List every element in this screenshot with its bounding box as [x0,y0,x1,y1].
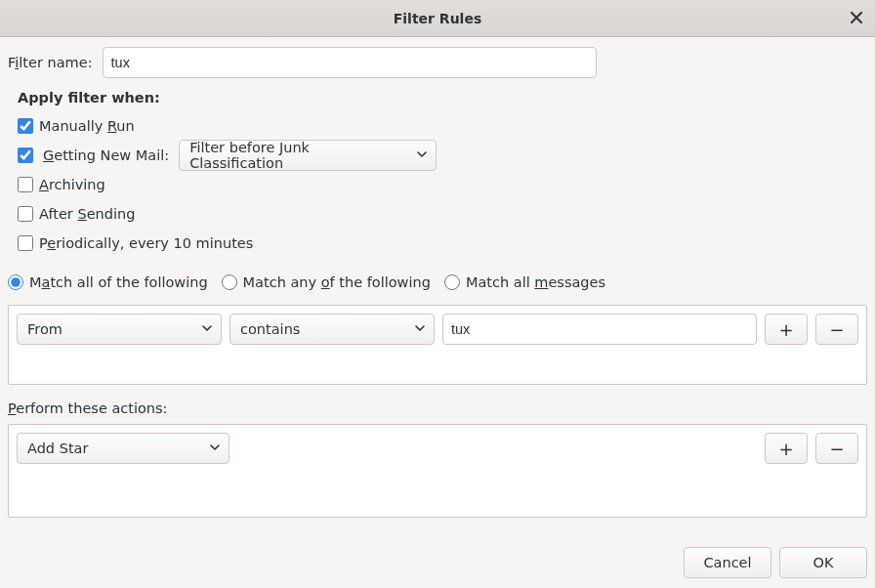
getting-new-mail-label: Getting New Mail: [43,147,169,163]
match-any-label: Match any of the following [243,274,431,290]
match-all-row: Match all of the following [8,270,208,295]
manually-run-row: Manually Run [18,113,867,139]
add-condition-button[interactable]: + [765,314,808,345]
after-sending-label: After Sending [39,206,135,222]
manually-run-checkbox[interactable] [18,118,33,134]
getting-new-mail-checkbox[interactable] [18,147,33,163]
condition-field-value: From [27,321,62,337]
actions-box: Add Star + − [8,424,867,518]
filter-name-input[interactable] [103,47,597,78]
dialog-footer: Cancel OK [0,537,875,588]
content-area: Filter name: Apply filter when: Manually… [0,37,875,537]
after-sending-row: After Sending [18,201,867,227]
apply-when-options: Manually Run Getting New Mail: Filter be… [18,113,867,256]
condition-field-select[interactable]: From [17,314,222,345]
getting-new-mail-row: Getting New Mail: Filter before Junk Cla… [18,143,867,168]
chevron-down-icon [416,147,428,163]
condition-row: From contains + − [17,314,858,345]
chevron-down-icon [201,321,213,337]
periodically-label: Periodically, every 10 minutes [39,235,253,251]
filter-rules-dialog: Filter Rules Filter name: Apply filter w… [0,0,875,588]
plus-icon: + [778,439,793,459]
archiving-label: Archiving [39,177,105,192]
remove-condition-button[interactable]: − [815,314,858,345]
chevron-down-icon [209,441,221,456]
conditions-box: From contains + − [8,305,867,385]
match-any-row: Match any of the following [222,270,431,295]
close-icon [851,11,862,26]
after-sending-checkbox[interactable] [18,206,33,222]
cancel-button[interactable]: Cancel [684,547,771,578]
junk-classification-value: Filter before Junk Classification [189,140,406,171]
window-title: Filter Rules [394,11,482,26]
filter-name-label: Filter name: [8,55,93,70]
archiving-row: Archiving [18,172,867,197]
close-button[interactable] [848,10,865,27]
condition-operator-select[interactable]: contains [229,314,435,345]
action-row: Add Star + − [17,433,858,464]
minus-icon: − [829,319,844,340]
match-all-messages-row: Match all messages [444,270,605,295]
match-all-radio[interactable] [8,274,23,290]
chevron-down-icon [414,321,426,337]
match-any-radio[interactable] [222,274,237,290]
minus-icon: − [829,439,844,459]
perform-actions-label: Perform these actions: [8,400,867,416]
archiving-checkbox[interactable] [18,177,33,192]
match-all-messages-label: Match all messages [466,274,605,290]
add-action-button[interactable]: + [765,433,808,464]
match-all-label: Match all of the following [29,274,208,290]
flex-spacer [8,525,867,529]
apply-filter-when-label: Apply filter when: [18,90,867,105]
filter-name-row: Filter name: [8,47,867,78]
periodically-row: Periodically, every 10 minutes [18,231,867,256]
ok-button[interactable]: OK [779,547,867,578]
condition-value-input[interactable] [442,314,757,345]
titlebar: Filter Rules [0,0,875,37]
match-all-messages-radio[interactable] [444,274,460,290]
periodically-checkbox[interactable] [18,235,33,251]
match-radiogroup: Match all of the following Match any of … [8,270,867,295]
action-value: Add Star [27,441,88,456]
junk-classification-select[interactable]: Filter before Junk Classification [179,140,437,171]
remove-action-button[interactable]: − [815,433,858,464]
manually-run-label: Manually Run [39,118,135,134]
plus-icon: + [778,319,793,340]
condition-operator-value: contains [240,321,300,337]
action-select[interactable]: Add Star [17,433,229,464]
